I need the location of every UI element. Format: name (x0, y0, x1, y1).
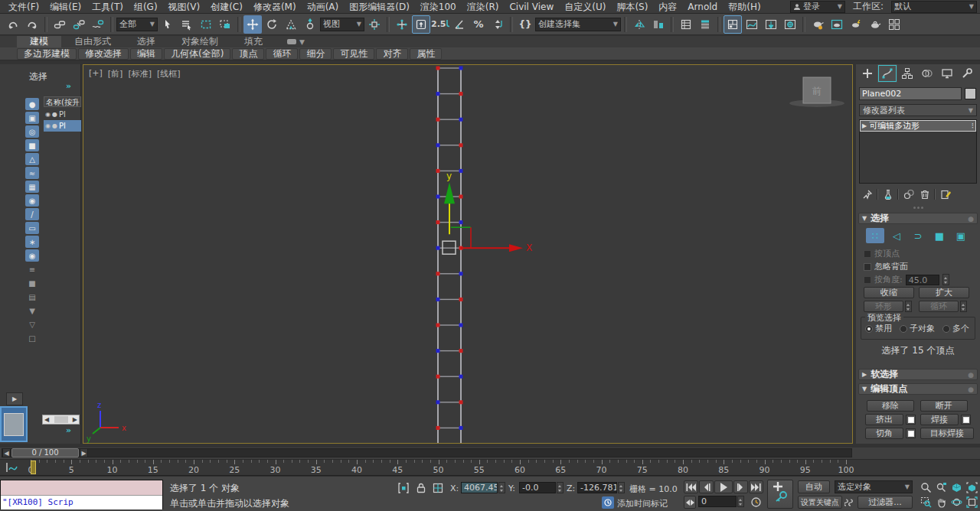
track-bar[interactable]: 0510152025303540455055606570758085909510… (0, 459, 980, 476)
tool-container-icon[interactable]: □ (25, 332, 39, 344)
current-frame-marker[interactable] (31, 461, 36, 474)
ribbon-button[interactable]: 编辑 (130, 48, 162, 60)
zoom-button[interactable] (919, 480, 933, 494)
object-name-field[interactable]: Plane002 (859, 87, 962, 100)
pin-stack-icon[interactable] (861, 188, 874, 201)
scroll-thumb[interactable] (54, 416, 68, 423)
subobject-polygon-button[interactable]: ■ (930, 228, 949, 243)
absolute-offset-mode-toggle[interactable] (431, 481, 445, 495)
spinner-snap-toggle[interactable] (488, 15, 507, 34)
schematic-view-button[interactable] (762, 15, 780, 34)
by-angle-spinner[interactable] (942, 274, 949, 285)
listener-macro-row[interactable] (1, 480, 162, 496)
tab-hierarchy[interactable] (897, 64, 917, 83)
bind-to-space-warp-icon[interactable] (89, 15, 107, 34)
remove-modifier-icon[interactable] (918, 188, 931, 201)
viewport-shading-menu[interactable]: [线框] (157, 68, 181, 80)
material-editor-button[interactable] (781, 15, 799, 34)
tool-display-list-icon[interactable]: ≡ (25, 263, 39, 275)
object-color-swatch[interactable] (965, 88, 976, 99)
select-by-name-button[interactable] (178, 15, 196, 34)
modifier-stack-item[interactable]: ▶ 可编辑多边形 ⁝ (860, 120, 976, 132)
ribbon-button[interactable]: 属性 (410, 48, 442, 60)
add-time-tag-label[interactable]: 添加时间标记 (617, 498, 668, 509)
tab-display[interactable] (937, 64, 957, 83)
ring-button[interactable]: 环形 (864, 301, 903, 312)
selected-filter-dropdown[interactable]: 选定对象 ▼ (835, 480, 913, 493)
z-spinner[interactable] (618, 482, 625, 493)
select-and-manipulate-button[interactable] (393, 15, 411, 34)
time-slider-next-button[interactable]: ▶ (80, 448, 88, 457)
menu-item-14[interactable]: 内容 (653, 0, 682, 14)
menu-item-1[interactable]: 编辑(E) (44, 0, 87, 14)
zoom-all-button[interactable] (934, 480, 948, 494)
y-coordinate-field[interactable]: -0.0 (519, 482, 556, 493)
viewport-layout-expand-button[interactable]: ▶ (6, 392, 23, 405)
menu-item-10[interactable]: 渲染(R) (462, 0, 505, 14)
filter-geometry-icon[interactable]: ● (25, 98, 39, 110)
configure-modifier-sets-icon[interactable] (939, 188, 952, 201)
weld-button[interactable]: 焊接 (920, 414, 959, 425)
filter-settings-icon[interactable]: ▼ (25, 304, 39, 317)
menu-item-7[interactable]: 动画(A) (302, 0, 345, 14)
curve-editor-button[interactable] (743, 15, 761, 34)
explorer-row[interactable]: ◉ ● Pl (44, 109, 81, 120)
filter-bones-icon[interactable]: / (25, 208, 39, 220)
preview-radio-1[interactable]: 子对象 (900, 323, 935, 334)
extrude-settings-button[interactable] (906, 415, 916, 425)
menu-item-16[interactable]: 帮助(H) (723, 0, 766, 14)
target-weld-button[interactable]: 目标焊接 (920, 428, 974, 439)
render-in-cloud-button[interactable] (847, 15, 865, 34)
explorer-horizontal-scrollbar[interactable]: ◀ ▶ (42, 415, 80, 425)
rollout-soft-selection-header[interactable]: ▶ 软选择 ● (858, 369, 978, 380)
filter-lights-icon[interactable]: ◎ (25, 125, 39, 138)
render-setup-button[interactable] (808, 15, 827, 34)
auto-key-button[interactable]: 自动 (798, 480, 830, 493)
break-button[interactable]: 断开 (920, 400, 968, 412)
viewport-general-menu[interactable]: [+] (89, 68, 103, 80)
subobject-element-button[interactable]: ▣ (952, 228, 970, 243)
modifier-list-dropdown[interactable]: 修改器列表 ▼ (859, 104, 977, 116)
set-key-button[interactable]: 设置关键点 (798, 496, 842, 509)
ribbon-button[interactable]: 几何体(全部) (164, 48, 230, 60)
viewport-front[interactable]: [+] [前] [标准] [线框] yXzxy前 (83, 64, 853, 444)
explorer-overflow-button[interactable]: » (66, 81, 71, 91)
window-crossing-toggle[interactable] (216, 15, 234, 34)
time-slider-track[interactable] (2, 448, 852, 457)
maximize-viewport-toggle[interactable] (965, 495, 978, 509)
track-ruler[interactable]: 0510152025303540455055606570758085909510… (0, 460, 980, 475)
grow-button[interactable]: 扩大 (919, 287, 969, 298)
filter-cameras-icon[interactable]: ■ (25, 139, 39, 151)
filter-hidden-icon[interactable]: ◉ (25, 249, 39, 262)
zoom-extents-button[interactable] (949, 480, 963, 494)
toggle-ribbon-button[interactable] (724, 15, 742, 34)
by-angle-checkbox[interactable]: 按角度: 45.0 (864, 274, 949, 285)
select-and-move-button[interactable] (243, 15, 262, 34)
snaps-toggle[interactable]: 2.5 (431, 15, 449, 34)
ribbon-options-button[interactable]: ▼ (286, 36, 305, 47)
loop-button[interactable]: 循环 (919, 301, 959, 312)
by-vertex-checkbox[interactable]: 按顶点 (864, 248, 900, 259)
add-time-tag-icon[interactable] (602, 496, 614, 509)
visibility-eye-icon[interactable]: ◉ (45, 122, 51, 129)
redo-button[interactable] (23, 15, 41, 34)
toggle-layer-explorer-button[interactable] (696, 15, 714, 34)
y-spinner[interactable] (557, 482, 564, 493)
subobject-border-button[interactable]: ⊃ (909, 228, 927, 243)
menu-item-12[interactable]: 自定义(U) (559, 0, 611, 14)
menu-item-4[interactable]: 视图(V) (163, 0, 206, 14)
tab-create[interactable] (858, 64, 877, 83)
menu-item-2[interactable]: 工具(T) (87, 0, 129, 14)
viewport-pov-menu[interactable]: [前] (108, 68, 123, 80)
ring-spinner[interactable] (905, 301, 912, 312)
ribbon-button[interactable]: 修改选择 (78, 48, 129, 60)
filter-xrefs-icon[interactable]: ◉ (25, 194, 39, 207)
menu-item-3[interactable]: 组(G) (129, 0, 163, 14)
filter-clear-icon[interactable]: ▽ (25, 318, 39, 330)
key-filters-icon[interactable] (844, 496, 854, 509)
render100-plugin-button[interactable] (885, 15, 903, 34)
tab-utilities[interactable] (957, 64, 977, 83)
angle-snap-toggle[interactable] (450, 15, 469, 34)
menu-item-5[interactable]: 创建(C) (205, 0, 248, 14)
ribbon-button[interactable]: 细分 (299, 48, 332, 60)
